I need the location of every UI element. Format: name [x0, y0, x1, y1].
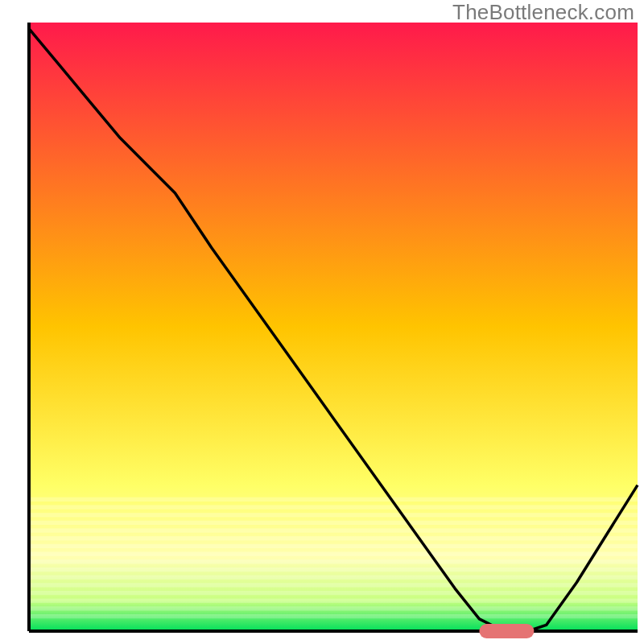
- svg-rect-11: [29, 583, 638, 587]
- svg-rect-9: [29, 568, 638, 572]
- bottleneck-chart: [0, 0, 644, 644]
- svg-rect-6: [29, 544, 638, 548]
- svg-rect-5: [29, 536, 638, 540]
- svg-rect-12: [29, 591, 638, 595]
- svg-rect-0: [29, 497, 638, 502]
- svg-rect-4: [29, 528, 638, 532]
- svg-rect-14: [29, 606, 638, 610]
- svg-rect-8: [29, 559, 638, 564]
- chart-container: TheBottleneck.com: [0, 0, 644, 644]
- svg-rect-2: [29, 513, 638, 517]
- svg-rect-1: [29, 505, 638, 509]
- svg-rect-15: [29, 614, 638, 618]
- svg-rect-13: [29, 599, 638, 603]
- svg-rect-10: [29, 576, 638, 580]
- optimal-range-marker: [479, 624, 534, 638]
- svg-rect-3: [29, 521, 638, 525]
- svg-rect-7: [29, 552, 638, 556]
